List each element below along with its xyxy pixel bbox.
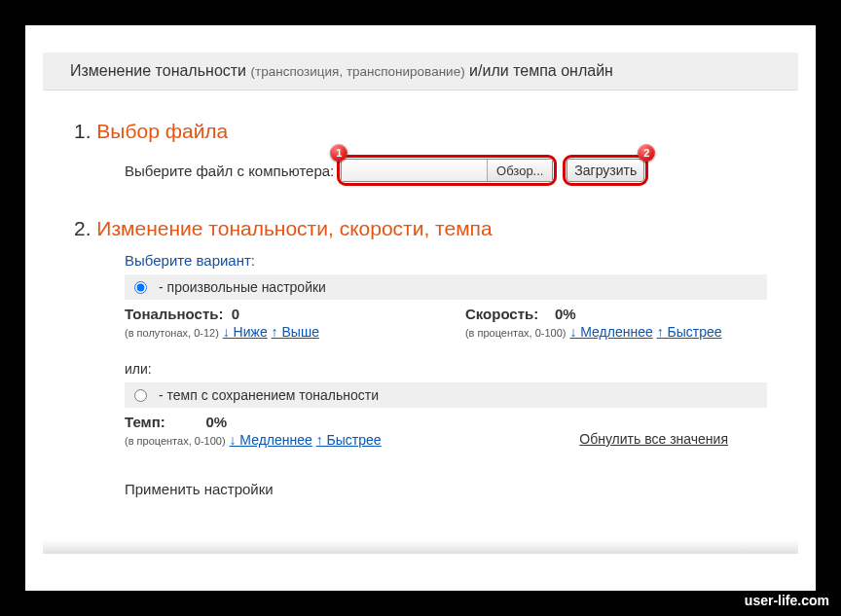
upload-button[interactable]: Загрузить	[567, 159, 644, 182]
step1-title: 1. Выбор файла	[74, 120, 767, 143]
tonality-lower-link[interactable]: ↓ Ниже	[223, 324, 268, 340]
file-input-highlight: 1 Обзор...	[337, 155, 557, 186]
file-path-input[interactable]	[342, 160, 488, 181]
option-custom-row[interactable]: - произвольные настройки	[125, 274, 767, 300]
file-label: Выберите файл с компьютера:	[125, 163, 334, 179]
option-tempo-label: - темп с сохранением тональности	[159, 387, 379, 403]
option-custom-label: - произвольные настройки	[159, 279, 326, 295]
tonality-hint: (в полутонах, 0-12)	[125, 327, 219, 339]
upload-highlight: 2 Загрузить	[563, 155, 648, 186]
step1-num: 1.	[74, 120, 91, 142]
tonality-label: Тональность:	[125, 306, 223, 322]
tonality-block: Тональность: 0 (в полутонах, 0-12) ↓ Ниж…	[125, 306, 319, 340]
speed-value: 0%	[555, 306, 576, 322]
params-row-1: Тональность: 0 (в полутонах, 0-12) ↓ Ниж…	[125, 306, 767, 340]
tempo-value: 0%	[205, 414, 227, 430]
header-paren: (транспозиция, транспонирование)	[251, 64, 465, 79]
step2-title: 2. Изменение тональности, скорости, темп…	[74, 217, 767, 240]
step1-heading: Выбор файла	[96, 120, 228, 142]
content: 1. Выбор файла Выберите файл с компьютер…	[25, 91, 816, 497]
speed-hint: (в процентах, 0-100)	[465, 327, 567, 339]
tempo-hint: (в процентах, 0-100)	[125, 435, 226, 447]
step2-heading: Изменение тональности, скорости, темпа	[96, 217, 492, 239]
app-frame: Изменение тональности (транспозиция, тра…	[24, 24, 817, 592]
header-suffix: и/или темпа онлайн	[469, 62, 613, 79]
variant-label: Выберите вариант:	[125, 252, 767, 269]
radio-tempo[interactable]	[134, 389, 147, 402]
browse-button[interactable]: Обзор...	[488, 160, 552, 181]
or-label: или:	[125, 361, 767, 377]
step2-num: 2.	[74, 217, 91, 239]
radio-custom[interactable]	[134, 281, 147, 294]
speed-slower-link[interactable]: ↓ Медленнее	[569, 324, 652, 340]
header-prefix: Изменение тональности	[70, 62, 246, 79]
tempo-block: Темп: 0% (в процентах, 0-100) ↓ Медленне…	[125, 414, 382, 448]
params-row-2: Темп: 0% (в процентах, 0-100) ↓ Медленне…	[125, 414, 767, 448]
speed-faster-link[interactable]: ↑ Быстрее	[657, 324, 722, 340]
apply-label[interactable]: Применить настройки	[125, 481, 767, 497]
shadow-decor	[43, 540, 798, 554]
tempo-label: Темп:	[125, 414, 165, 430]
reset-link[interactable]: Обнулить все значения	[579, 431, 728, 447]
option-tempo-row[interactable]: - темп с сохранением тональности	[125, 382, 767, 408]
watermark: user-life.com	[745, 593, 829, 608]
tonality-higher-link[interactable]: ↑ Выше	[272, 324, 319, 340]
speed-label: Скорость:	[465, 306, 538, 322]
marker-2-icon: 2	[638, 144, 655, 162]
tempo-faster-link[interactable]: ↑ Быстрее	[316, 432, 382, 448]
tempo-slower-link[interactable]: ↓ Медленнее	[229, 432, 311, 448]
tonality-value: 0	[232, 306, 239, 322]
page-header: Изменение тональности (транспозиция, тра…	[43, 53, 798, 91]
file-row: Выберите файл с компьютера: 1 Обзор... 2…	[125, 155, 767, 186]
speed-block: Скорость: 0% (в процентах, 0-100) ↓ Медл…	[465, 306, 722, 340]
